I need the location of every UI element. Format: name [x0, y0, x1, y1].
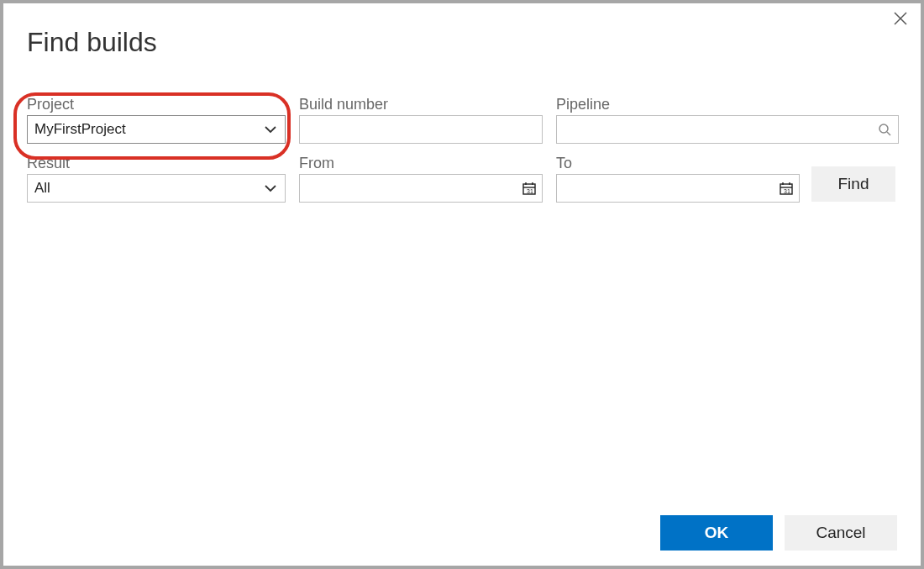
to-field-group: To 31 [556, 155, 800, 203]
find-button[interactable]: Find [811, 166, 895, 202]
project-label: Project [27, 96, 286, 113]
close-icon [893, 11, 908, 29]
pipeline-label: Pipeline [556, 96, 899, 113]
to-date-input[interactable]: 31 [556, 174, 800, 203]
svg-text:31: 31 [527, 188, 533, 194]
pipeline-field-group: Pipeline [556, 96, 899, 144]
build-number-field-group: Build number [299, 96, 543, 144]
result-select[interactable]: All [27, 174, 286, 203]
calendar-icon: 31 [522, 181, 537, 196]
svg-text:31: 31 [784, 188, 790, 194]
svg-line-3 [887, 132, 890, 135]
chevron-down-icon [263, 122, 278, 137]
find-builds-dialog: Find builds Project MyFirstProject Build… [0, 0, 924, 569]
pipeline-input[interactable] [556, 115, 899, 144]
svg-point-2 [879, 124, 888, 133]
project-select[interactable]: MyFirstProject [27, 115, 286, 144]
project-value: MyFirstProject [34, 121, 126, 138]
ok-button[interactable]: OK [660, 515, 773, 551]
search-icon [878, 123, 891, 136]
calendar-icon: 31 [779, 181, 794, 196]
find-button-group: Find [811, 166, 895, 202]
dialog-footer: OK Cancel [660, 515, 897, 551]
from-field-group: From 31 [299, 155, 543, 203]
result-field-group: Result All [27, 155, 286, 203]
from-date-input[interactable]: 31 [299, 174, 543, 203]
build-number-label: Build number [299, 96, 543, 113]
to-label: To [556, 155, 800, 172]
from-label: From [299, 155, 543, 172]
dialog-title: Find builds [27, 27, 157, 58]
chevron-down-icon [263, 181, 278, 196]
result-value: All [34, 180, 50, 197]
close-button[interactable] [889, 8, 912, 32]
build-number-input[interactable] [299, 115, 543, 144]
result-label: Result [27, 155, 286, 172]
project-field-group: Project MyFirstProject [27, 96, 286, 144]
cancel-button[interactable]: Cancel [785, 515, 897, 551]
